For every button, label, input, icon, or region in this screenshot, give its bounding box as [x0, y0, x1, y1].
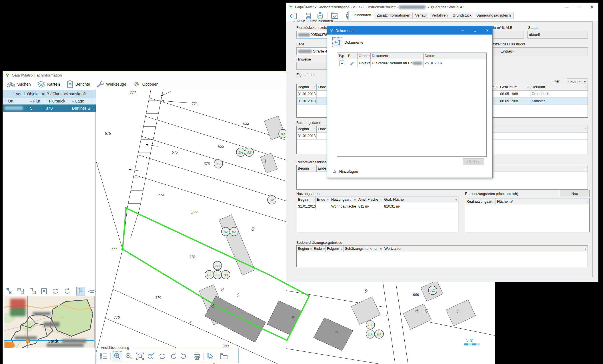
legend-button[interactable] — [99, 352, 108, 361]
clear-selection-button[interactable] — [40, 287, 48, 295]
column-flur[interactable]: ○Flur — [28, 98, 44, 104]
hinzufuegen-link[interactable]: Hinzufügen — [333, 169, 358, 174]
maximize-button[interactable]: □ — [573, 3, 586, 11]
status-input[interactable]: aktuell — [527, 31, 588, 39]
dialog-minimize-button[interactable]: — — [458, 27, 468, 35]
radio-icon[interactable]: ○ — [72, 100, 74, 103]
view-toolbar-label: Ansichtssteuerung — [100, 346, 130, 350]
gear-icon — [133, 80, 141, 88]
toolbar-item-werkzeuge[interactable]: Werkzeuge — [95, 80, 128, 89]
tab-grunddaten[interactable]: Grunddaten — [348, 11, 374, 19]
map-marker-label: BA — [368, 332, 373, 336]
tab-sanierungsausgleich[interactable]: Sanierungsausgleich — [474, 12, 514, 19]
flaeche-input[interactable] — [490, 31, 524, 39]
city-emblem-image — [10, 299, 26, 316]
dokumente-table[interactable]: Typ Be... Ordner Dokument Datum W Objekt… — [337, 53, 487, 157]
minimize-button[interactable]: — — [560, 3, 573, 11]
map-marker-label: AZ — [216, 162, 221, 166]
tab-grundstueck[interactable]: Grundstück — [450, 12, 474, 19]
toolbar-label: Karten — [47, 82, 60, 87]
redacted-city-label — [47, 343, 84, 347]
parcel-number-label: 775 — [158, 192, 164, 197]
redo-view-button[interactable] — [179, 352, 188, 361]
map-marker-label: BA — [215, 264, 220, 268]
map-marker-label: AZ — [247, 150, 251, 154]
column-ort[interactable]: ○Ort — [3, 98, 28, 104]
doc-edit-cell[interactable] — [347, 59, 358, 67]
overview-toolbar — [5, 287, 95, 295]
column-flurstueck[interactable]: ○Flurstück — [44, 98, 70, 104]
print-map-button[interactable] — [192, 352, 201, 361]
refresh-button[interactable] — [51, 287, 60, 295]
zoom-window-button[interactable] — [135, 352, 145, 361]
gaja-plant-icon — [289, 5, 293, 9]
nutzungsarten-label: Nutzungsarten — [296, 192, 320, 196]
refresh-map-button[interactable] — [158, 352, 167, 361]
map-marker-label: AZ — [215, 273, 220, 277]
map-marker-label: BA — [232, 230, 236, 234]
dokument-row[interactable]: W Objekt UR 2/2007 Verkauf an Da 25.01.2… — [337, 59, 486, 67]
deselect-button[interactable] — [28, 287, 37, 295]
parcel-number-label: 779 — [114, 315, 120, 319]
realnutzungsarten-table[interactable]: Realnutzungsart○ Fläche m²○ — [465, 198, 590, 232]
hinweise-label: Hinweise — [296, 57, 311, 61]
zoom-extent-button[interactable] — [147, 352, 156, 361]
wrench-icon — [96, 80, 104, 88]
radio-icon[interactable]: ○ — [5, 100, 6, 103]
radio-icon[interactable]: ○ — [46, 100, 47, 103]
add-document-icon — [333, 169, 338, 174]
zeit-input[interactable]: Eintrag} — [492, 47, 588, 55]
dialog-maximize-button[interactable]: □ — [470, 27, 480, 35]
map-marker-label: AZ — [269, 198, 274, 202]
doc-name-cell: UR 2/2007 Verkauf an Da — [371, 59, 424, 67]
dokumente-dialog: Dokumente — □ ✕ Dokumente Typ Be... Ordn… — [327, 26, 493, 178]
toolbar-item-berichte[interactable]: Berichte — [65, 80, 92, 89]
zoom-out-button[interactable] — [124, 352, 133, 361]
dialog-titlebar[interactable]: Dokumente — □ ✕ — [327, 27, 492, 35]
doc-ordner-cell: Objekt — [358, 59, 371, 67]
rechtsverhaeltnisse-label: Rechtsverhältnisse — [296, 160, 327, 164]
cell-flur: 5 — [28, 104, 44, 112]
toolbar-label: Berichte — [75, 82, 90, 87]
neu-button[interactable]: Neu — [560, 190, 590, 197]
result-column-headers: ○Ort ○Flur ○Flurstück ○Lage — [3, 98, 96, 104]
separator — [327, 12, 328, 20]
cell-flurstueck: 378 — [44, 104, 70, 112]
tab-zusatzinformationen[interactable]: Zusatzinformationen — [374, 12, 413, 19]
flag-marker-button[interactable] — [76, 287, 85, 295]
report-clipboard-icon — [66, 80, 74, 88]
toolbar-item-suchen[interactable]: Suchen — [5, 80, 32, 89]
realnutzungsarten-label: Realnutzungsarten (nicht amtlich) — [465, 192, 518, 196]
gaja-plant-icon — [5, 73, 10, 78]
nutzungsarten-row[interactable]: 31.01.2013 Wohnbaufläche 811 m² 810.31 m… — [297, 203, 458, 210]
feature-info-button[interactable] — [206, 352, 215, 361]
bodenschaetzung-table[interactable]: Beginn○ Ende○ Folgenr○ Schätzungsmerkmal… — [296, 245, 588, 267]
toolbar-label: Optionen — [142, 82, 159, 87]
map-marker-label: BA — [207, 273, 211, 277]
redacted-place-label — [33, 312, 51, 315]
open-folder-button[interactable] — [219, 352, 228, 361]
dialog-exit-button[interactable] — [332, 37, 342, 47]
zoom-in-button[interactable] — [113, 351, 122, 361]
loeschen-button[interactable]: Löschen — [463, 158, 484, 165]
chevron-down-icon — [583, 81, 586, 83]
column-lage[interactable]: ○Lage — [70, 98, 96, 104]
tab-verlauf[interactable]: Verlauf — [412, 12, 429, 19]
radio-icon[interactable]: ○ — [30, 100, 32, 103]
toolbar-item-karten[interactable]: Karten — [35, 80, 61, 89]
select-objects-button[interactable] — [5, 287, 14, 295]
nutzungsarten-table[interactable]: Beginn○ Ende○ Nutzungsart○ Amtl. Fläche○… — [297, 196, 458, 232]
undo-button[interactable] — [63, 287, 71, 295]
scale-label: 5 m — [466, 338, 473, 343]
overview-map[interactable]: Stadt — [4, 296, 95, 348]
tab-strip: Grunddaten Zusatzinformationen Verlauf V… — [348, 11, 513, 19]
undo-view-button[interactable] — [169, 352, 177, 361]
close-button[interactable]: ✕ — [586, 3, 598, 11]
eye-visibility-button[interactable] — [87, 287, 97, 295]
dialog-close-button[interactable]: ✕ — [482, 27, 492, 35]
select-partial-button[interactable] — [16, 287, 25, 295]
tab-verfahren[interactable]: Verfahren — [429, 12, 450, 19]
right-window-titlebar[interactable]: Gaja®Matrix Sachdateneingabe - ALB / Flu… — [286, 3, 598, 11]
result-row-selected[interactable]: 5 378 Berliner S... — [3, 104, 96, 112]
toolbar-item-optionen[interactable]: Optionen — [131, 80, 160, 89]
